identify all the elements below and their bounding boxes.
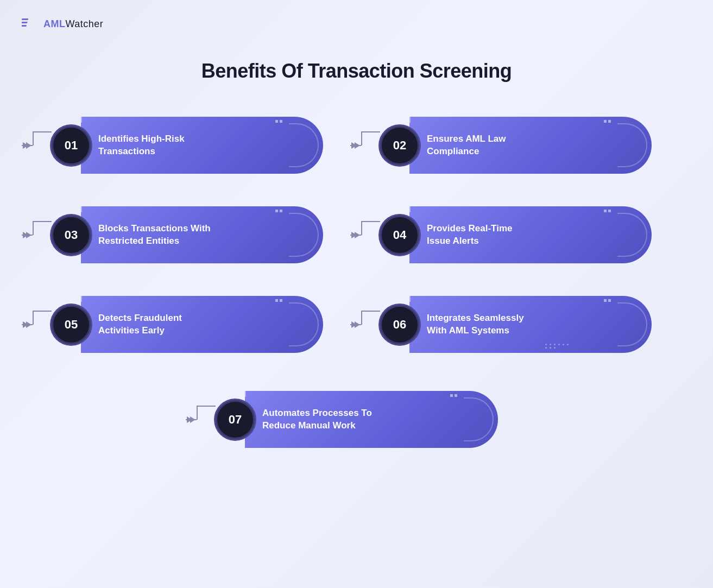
svg-rect-19 <box>361 222 362 235</box>
svg-rect-34 <box>197 406 198 420</box>
card-label-01: Identifies High-RiskTransactions <box>98 133 185 158</box>
card-label-05: Detects FraudulentActivities Early <box>98 312 182 337</box>
svg-rect-1 <box>22 22 28 23</box>
card-body-02: Ensures AML LawCompliance <box>409 117 652 174</box>
number-circle-07: 07 <box>216 400 255 439</box>
card-07: 07 Automates Processes ToReduce Manual W… <box>216 391 498 448</box>
svg-marker-27 <box>26 321 31 328</box>
svg-marker-12 <box>355 142 360 149</box>
card-body-06: Integrates SeamlesslyWith AML Systems <box>409 296 652 353</box>
svg-marker-37 <box>190 416 195 423</box>
connector-03 <box>22 211 52 260</box>
logo-text: AMLWatcher <box>43 18 103 30</box>
connector-06 <box>350 300 380 349</box>
svg-rect-0 <box>22 18 28 20</box>
card-body-03: Blocks Transactions WithRestricted Entit… <box>81 206 323 263</box>
card-label-04: Provides Real-TimeIssue Alerts <box>427 223 512 248</box>
svg-rect-24 <box>33 311 34 325</box>
number-circle-04: 04 <box>380 216 419 255</box>
card-04: 04 Provides Real-TimeIssue Alerts <box>380 206 652 263</box>
logo: AMLWatcher <box>22 15 103 33</box>
page-title: Benefits Of Transaction Screening <box>0 60 713 83</box>
svg-marker-7 <box>26 142 31 149</box>
cards-scene: 01 Identifies High-RiskTransactions 02 <box>0 100 713 588</box>
card-body-04: Provides Real-TimeIssue Alerts <box>409 206 652 263</box>
svg-rect-29 <box>361 311 362 325</box>
card-label-06: Integrates SeamlesslyWith AML Systems <box>427 312 524 337</box>
svg-marker-22 <box>355 232 360 238</box>
connector-05 <box>22 300 52 349</box>
card-02: 02 Ensures AML LawCompliance <box>380 117 652 174</box>
svg-rect-14 <box>33 222 34 235</box>
svg-rect-9 <box>361 132 362 146</box>
card-body-01: Identifies High-RiskTransactions <box>81 117 323 174</box>
number-circle-05: 05 <box>52 305 91 344</box>
number-circle-01: 01 <box>52 126 91 165</box>
svg-rect-4 <box>33 132 34 146</box>
number-circle-06: 06 <box>380 305 419 344</box>
connector-02 <box>350 121 380 170</box>
card-03: 03 Blocks Transactions WithRestricted En… <box>52 206 323 263</box>
number-circle-03: 03 <box>52 216 91 255</box>
connector-01 <box>22 121 52 170</box>
card-label-07: Automates Processes ToReduce Manual Work <box>262 407 372 432</box>
card-body-05: Detects FraudulentActivities Early <box>81 296 323 353</box>
card-label-02: Ensures AML LawCompliance <box>427 133 506 158</box>
connector-04 <box>350 211 380 260</box>
svg-rect-2 <box>22 25 27 27</box>
logo-icon <box>22 15 39 33</box>
svg-marker-17 <box>26 232 31 238</box>
card-06: 06 Integrates SeamlesslyWit <box>380 296 652 353</box>
card-05: 05 Detects FraudulentActivities Early <box>52 296 323 353</box>
svg-marker-32 <box>355 321 360 328</box>
connector-07 <box>186 395 216 444</box>
card-body-07: Automates Processes ToReduce Manual Work <box>245 391 498 448</box>
number-circle-02: 02 <box>380 126 419 165</box>
card-01: 01 Identifies High-RiskTransactions <box>52 117 323 174</box>
card-label-03: Blocks Transactions WithRestricted Entit… <box>98 223 211 248</box>
